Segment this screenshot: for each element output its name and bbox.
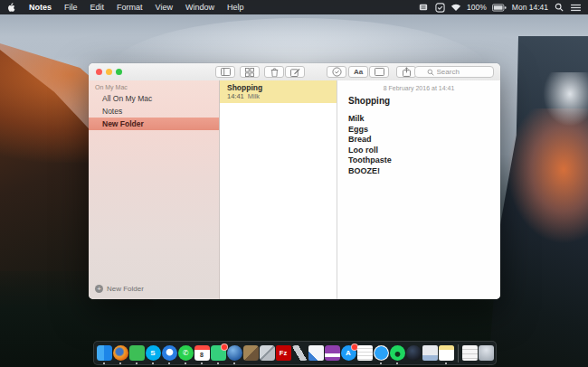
- menu-view[interactable]: View: [149, 0, 179, 14]
- note-editor[interactable]: 8 February 2016 at 14:41 Shopping Milk E…: [337, 80, 500, 299]
- sidebar-item-new-folder[interactable]: New Folder: [89, 118, 219, 130]
- notification-center-icon[interactable]: [570, 2, 581, 13]
- spotlight-icon[interactable]: [554, 2, 564, 13]
- dock-spotify-icon[interactable]: [390, 345, 405, 361]
- folders-sidebar: On My Mac All On My Mac Notes New Folder…: [89, 80, 220, 299]
- dock-evernote-icon[interactable]: [129, 345, 145, 361]
- attachments-browser-button[interactable]: [240, 66, 260, 78]
- dock-trash-icon[interactable]: [479, 345, 494, 361]
- menu-edit[interactable]: Edit: [84, 0, 111, 14]
- delete-note-button[interactable]: [264, 66, 284, 78]
- menu-format[interactable]: Format: [110, 0, 149, 14]
- window-toolbar: Aa: [89, 63, 500, 81]
- dock-calendar-icon[interactable]: 8: [194, 345, 210, 361]
- note-list-item[interactable]: Shopping 14:41 Milk: [220, 80, 337, 103]
- menu-clock[interactable]: Mon 14:41: [512, 3, 548, 12]
- note-line: Loo roll: [348, 146, 500, 156]
- plus-icon: +: [95, 285, 103, 293]
- dock-blue-document-icon[interactable]: [308, 345, 324, 361]
- dock-blue-sphere-app-icon[interactable]: [227, 345, 242, 361]
- format-text-button[interactable]: Aa: [348, 66, 368, 78]
- sidebar-item-all-on-my-mac[interactable]: All On My Mac: [89, 92, 219, 105]
- status-check-icon[interactable]: [434, 2, 445, 13]
- dock-whatsapp-icon[interactable]: ✆: [178, 345, 194, 361]
- input-source-icon[interactable]: [418, 2, 429, 13]
- dock-utility-tool-icon[interactable]: [260, 345, 275, 361]
- note-line: Milk: [348, 114, 500, 125]
- dock-keychain-icon[interactable]: [292, 345, 308, 361]
- dock-messenger-icon[interactable]: [162, 345, 177, 361]
- battery-icon[interactable]: [492, 2, 507, 13]
- note-line: Bread: [348, 135, 500, 146]
- dock-textedit-icon[interactable]: [357, 345, 373, 361]
- note-item-title: Shopping: [227, 83, 329, 92]
- wifi-icon[interactable]: [450, 2, 461, 13]
- new-folder-button-label: New Folder: [107, 285, 144, 293]
- menu-help[interactable]: Help: [221, 0, 251, 14]
- note-item-preview: Milk: [248, 92, 260, 100]
- dock-green-app-icon[interactable]: [211, 345, 226, 361]
- battery-percent: 100%: [467, 3, 487, 12]
- note-line: BOOZE!: [348, 166, 500, 177]
- menu-bar: Notes File Edit Format View Window Help …: [0, 0, 588, 14]
- new-note-button[interactable]: [285, 66, 305, 78]
- dock-minecraft-icon[interactable]: [243, 345, 259, 361]
- share-button[interactable]: [396, 66, 416, 78]
- dock-finder-icon[interactable]: [97, 345, 112, 361]
- note-line: Eggs: [348, 125, 500, 136]
- new-folder-button[interactable]: + New Folder: [95, 285, 144, 293]
- search-icon: [427, 69, 434, 76]
- notes-list: Shopping 14:41 Milk: [220, 80, 337, 299]
- close-button[interactable]: [96, 69, 102, 75]
- menu-app-name[interactable]: Notes: [23, 0, 58, 14]
- dock-app-store-icon[interactable]: A: [341, 345, 356, 361]
- note-item-time: 14:41: [227, 92, 244, 100]
- dock-separator: [458, 344, 459, 362]
- notes-window: Aa On My Mac All On My Mac Notes New Fol…: [89, 63, 500, 299]
- zoom-button[interactable]: [116, 69, 122, 75]
- dock-notes-icon[interactable]: [439, 345, 454, 361]
- photo-browser-button[interactable]: [369, 66, 389, 78]
- dock-filezilla-icon[interactable]: Fz: [276, 345, 291, 361]
- dock-skype-icon[interactable]: S: [146, 345, 161, 361]
- dock-firefox-icon[interactable]: [113, 345, 128, 361]
- dock-preview-icon[interactable]: [422, 345, 438, 361]
- dock-documents-stack-icon[interactable]: [462, 345, 478, 361]
- dock-steam-icon[interactable]: [406, 345, 422, 361]
- dock-mamp-icon[interactable]: [325, 345, 340, 361]
- note-body: Milk Eggs Bread Loo roll Toothpaste BOOZ…: [337, 106, 500, 176]
- checklist-button[interactable]: [327, 66, 346, 78]
- search-field[interactable]: [414, 66, 494, 78]
- note-timestamp: 8 February 2016 at 14:41: [337, 80, 500, 91]
- search-input[interactable]: [437, 68, 482, 76]
- toggle-folders-sidebar-button[interactable]: [215, 66, 235, 78]
- note-line: Toothpaste: [348, 155, 500, 166]
- note-title: Shopping: [337, 91, 500, 106]
- sidebar-section-label: On My Mac: [89, 80, 219, 92]
- wallpaper-peak-glow: [507, 108, 588, 244]
- menu-file[interactable]: File: [58, 0, 84, 14]
- menu-window[interactable]: Window: [179, 0, 221, 14]
- dock: S ✆ 8 Fz A: [93, 341, 497, 365]
- wallpaper-snow: [543, 72, 588, 127]
- dock-safari-icon[interactable]: [374, 345, 389, 361]
- minimize-button[interactable]: [106, 69, 112, 75]
- apple-menu-icon[interactable]: [0, 2, 23, 13]
- sidebar-item-notes[interactable]: Notes: [89, 105, 219, 118]
